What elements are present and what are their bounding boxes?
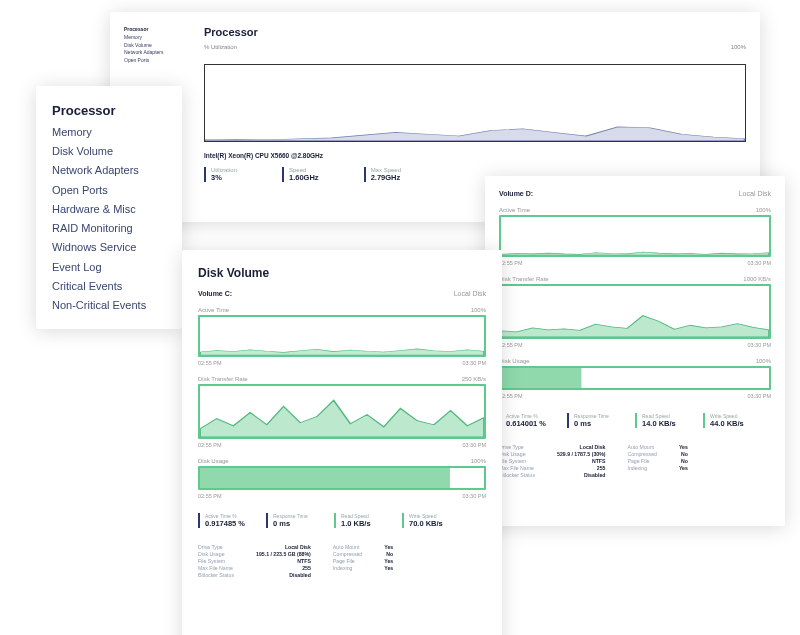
kpi-write-speed: Write Speed70.0 KB/s [402, 513, 452, 528]
sidebar-item-non-critical-events[interactable]: Non-Critical Events [52, 296, 166, 315]
cpu-stat-max-speed: Max Speed2.79GHz [364, 167, 401, 182]
c-details: Drive TypeDisk UsageFile SystemMax File … [198, 544, 486, 578]
mini-nav-processor[interactable]: Processor [124, 26, 194, 34]
main-sidebar-panel: ProcessorMemoryDisk VolumeNetwork Adapte… [36, 86, 182, 329]
d-kpis: Active Time %0.614001 %Response Time0 ms… [499, 413, 771, 428]
cpu-chart [204, 64, 746, 142]
kpi-active-time-: Active Time %0.614001 % [499, 413, 549, 428]
kpi-write-speed: Write Speed44.0 KB/s [703, 413, 753, 428]
disk-d-panel: Volume D: Local Disk Active Time100% 02:… [485, 176, 785, 526]
sidebar-item-disk-volume[interactable]: Disk Volume [52, 142, 166, 161]
c-active-chart [198, 315, 486, 357]
sidebar-item-event-log[interactable]: Event Log [52, 258, 166, 277]
kpi-active-time-: Active Time %0.917485 % [198, 513, 248, 528]
c-usage-chart [198, 466, 486, 490]
mini-nav-disk-volume[interactable]: Disk Volume [124, 42, 194, 50]
sidebar-item-open-ports[interactable]: Open Ports [52, 181, 166, 200]
mini-nav-memory[interactable]: Memory [124, 34, 194, 42]
mini-nav-network-adapters[interactable]: Network Adapters [124, 49, 194, 57]
d-transfer-chart [499, 284, 771, 339]
sidebar-item-hardware-misc[interactable]: Hardware & Misc [52, 200, 166, 219]
kpi-response-time: Response Time0 ms [266, 513, 316, 528]
sidebar-item-memory[interactable]: Memory [52, 123, 166, 142]
d-details: Drive TypeDisk UsageFile SystemMax File … [499, 444, 771, 478]
cpu-stat-speed: Speed1.60GHz [282, 167, 319, 182]
kpi-read-speed: Read Speed1.0 KB/s [334, 513, 384, 528]
mini-nav-open-ports[interactable]: Open Ports [124, 57, 194, 65]
c-kpis: Active Time %0.917485 %Response Time0 ms… [198, 513, 486, 528]
sidebar-item-raid-monitoring[interactable]: RAID Monitoring [52, 219, 166, 238]
d-active-chart [499, 215, 771, 257]
disk-c-panel: Disk Volume Volume C: Local Disk Active … [182, 250, 502, 635]
c-transfer-chart [198, 384, 486, 439]
d-usage-chart [499, 366, 771, 390]
sidebar-item-widnows-service[interactable]: Widnows Service [52, 238, 166, 257]
cpu-stat-utilization: Utilization3% [204, 167, 237, 182]
vol-c-name: Volume C: [198, 290, 232, 297]
sidebar-item-critical-events[interactable]: Critical Events [52, 277, 166, 296]
vol-c-type: Local Disk [454, 290, 486, 297]
svg-rect-1 [200, 468, 450, 488]
util-max: 100% [731, 44, 746, 50]
vol-d-type: Local Disk [739, 190, 771, 197]
util-label: % Utilization [204, 44, 237, 50]
cpu-name: Intel(R) Xeon(R) CPU X5660 @2.80GHz [204, 152, 746, 159]
svg-rect-0 [501, 368, 581, 388]
sidebar-item-processor[interactable]: Processor [52, 100, 166, 123]
disk-volume-title: Disk Volume [198, 266, 486, 280]
kpi-read-speed: Read Speed14.0 KB/s [635, 413, 685, 428]
kpi-response-time: Response Time0 ms [567, 413, 617, 428]
processor-title: Processor [204, 26, 746, 38]
sidebar-item-network-adapters[interactable]: Network Adapters [52, 161, 166, 180]
vol-d-name: Volume D: [499, 190, 533, 197]
